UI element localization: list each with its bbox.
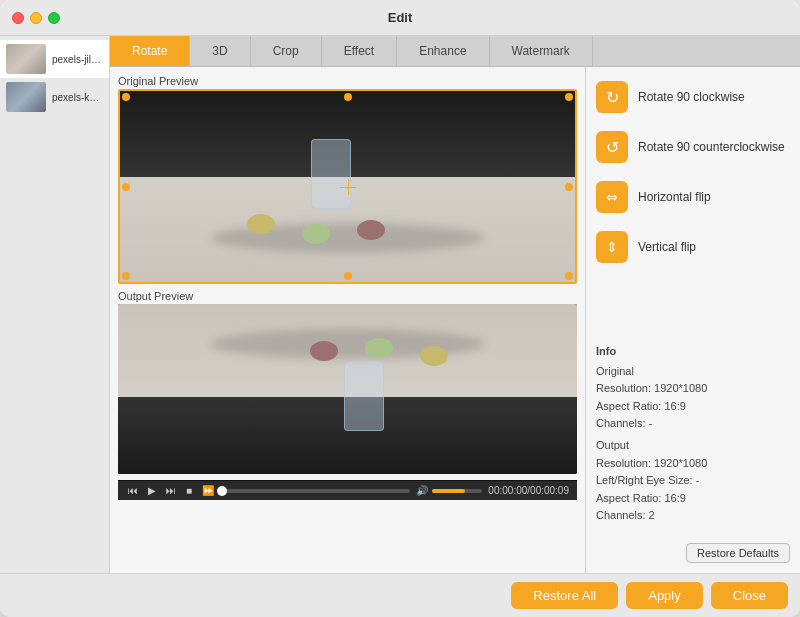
original-preview-box	[118, 89, 577, 284]
rotate-cw-icon: ↻	[596, 81, 628, 113]
app-window: Edit pexels-jill-... pexels-ko... Rotate	[0, 0, 800, 617]
maximize-window-button[interactable]	[48, 12, 60, 24]
info-section: Info Original Resolution: 1920*1080 Aspe…	[596, 343, 790, 525]
output-channels: Channels: 2	[596, 507, 790, 525]
thumbnail-0	[6, 44, 46, 74]
handle-tl[interactable]	[122, 93, 130, 101]
rotate-cw-button[interactable]: ↻ Rotate 90 clockwise	[596, 77, 790, 117]
macaron-2	[302, 224, 330, 244]
tab-enhance[interactable]: Enhance	[397, 36, 489, 66]
original-aspect: Aspect Ratio: 16:9	[596, 398, 790, 416]
flip-h-icon: ⇔	[596, 181, 628, 213]
flip-horizontal-button[interactable]: ⇔ Horizontal flip	[596, 177, 790, 217]
volume-bar[interactable]	[432, 489, 482, 493]
output-photo	[118, 304, 577, 474]
handle-br[interactable]	[565, 272, 573, 280]
sidebar-item-1[interactable]: pexels-ko...	[0, 78, 109, 116]
original-section-title: Original	[596, 363, 790, 381]
skip-forward-button[interactable]: ⏭	[164, 485, 178, 496]
window-title: Edit	[388, 10, 413, 25]
rotate-ccw-icon: ↺	[596, 131, 628, 163]
glass	[311, 139, 351, 209]
original-preview-section: Original Preview	[118, 75, 577, 284]
output-preview-label: Output Preview	[118, 290, 577, 302]
flip-v-label: Vertical flip	[638, 240, 696, 254]
crosshair	[340, 179, 356, 195]
restore-defaults-section: Restore Defaults	[596, 539, 790, 563]
tab-rotate[interactable]: Rotate	[110, 36, 190, 66]
close-button[interactable]: Close	[711, 582, 788, 609]
sidebar: pexels-jill-... pexels-ko...	[0, 36, 110, 573]
restore-defaults-button[interactable]: Restore Defaults	[686, 543, 790, 563]
original-preview-label: Original Preview	[118, 75, 577, 87]
edit-area: Original Preview	[110, 67, 800, 573]
original-channels: Channels: -	[596, 415, 790, 433]
close-window-button[interactable]	[12, 12, 24, 24]
right-panel: ↻ Rotate 90 clockwise ↺ Rotate 90 counte…	[585, 67, 800, 573]
flip-vertical-button[interactable]: ⇕ Vertical flip	[596, 227, 790, 267]
output-preview-section: Output Preview	[118, 290, 577, 474]
output-aspect: Aspect Ratio: 16:9	[596, 490, 790, 508]
sidebar-label-1: pexels-ko...	[52, 92, 103, 103]
flip-h-label: Horizontal flip	[638, 190, 711, 204]
original-resolution: Resolution: 1920*1080	[596, 380, 790, 398]
handle-mr[interactable]	[565, 183, 573, 191]
rotate-ccw-label: Rotate 90 counterclockwise	[638, 140, 785, 154]
output-preview-box	[118, 304, 577, 474]
thumbnail-1	[6, 82, 46, 112]
tab-watermark[interactable]: Watermark	[490, 36, 593, 66]
time-display: 00:00:00/00:00:09	[488, 485, 569, 496]
volume-icon: 🔊	[416, 485, 428, 496]
traffic-lights	[12, 12, 60, 24]
volume-section: 🔊	[416, 485, 482, 496]
progress-thumb[interactable]	[217, 486, 227, 496]
play-button[interactable]: ▶	[146, 485, 158, 496]
handle-bl[interactable]	[122, 272, 130, 280]
sidebar-item-0[interactable]: pexels-jill-...	[0, 40, 109, 78]
output-section-title: Output	[596, 437, 790, 455]
macaron-3	[357, 220, 385, 240]
output-eye-size: Left/Right Eye Size: -	[596, 472, 790, 490]
rotate-cw-label: Rotate 90 clockwise	[638, 90, 745, 104]
handle-tm[interactable]	[344, 93, 352, 101]
main-content: pexels-jill-... pexels-ko... Rotate 3D C…	[0, 36, 800, 573]
next-frame-button[interactable]: ⏩	[200, 485, 216, 496]
skip-back-button[interactable]: ⏮	[126, 485, 140, 496]
tab-bar: Rotate 3D Crop Effect Enhance Watermark	[110, 36, 800, 67]
out-glass	[344, 362, 384, 432]
handle-tr[interactable]	[565, 93, 573, 101]
rotate-ccw-button[interactable]: ↺ Rotate 90 counterclockwise	[596, 127, 790, 167]
info-title: Info	[596, 343, 790, 361]
title-bar: Edit	[0, 0, 800, 36]
player-controls: ⏮ ▶ ⏭ ■ ⏩ 🔊	[118, 480, 577, 500]
restore-all-button[interactable]: Restore All	[511, 582, 618, 609]
tab-effect[interactable]: Effect	[322, 36, 397, 66]
preview-panel: Original Preview	[110, 67, 585, 573]
flip-v-icon: ⇕	[596, 231, 628, 263]
main-area: Rotate 3D Crop Effect Enhance Watermark …	[110, 36, 800, 573]
output-resolution: Resolution: 1920*1080	[596, 455, 790, 473]
bottom-bar: Restore All Apply Close	[0, 573, 800, 617]
minimize-window-button[interactable]	[30, 12, 42, 24]
progress-bar[interactable]	[222, 489, 410, 493]
tab-3d[interactable]: 3D	[190, 36, 250, 66]
handle-bm[interactable]	[344, 272, 352, 280]
stop-button[interactable]: ■	[184, 485, 194, 496]
handle-ml[interactable]	[122, 183, 130, 191]
apply-button[interactable]: Apply	[626, 582, 703, 609]
sidebar-label-0: pexels-jill-...	[52, 54, 103, 65]
volume-fill	[432, 489, 465, 493]
tab-crop[interactable]: Crop	[251, 36, 322, 66]
